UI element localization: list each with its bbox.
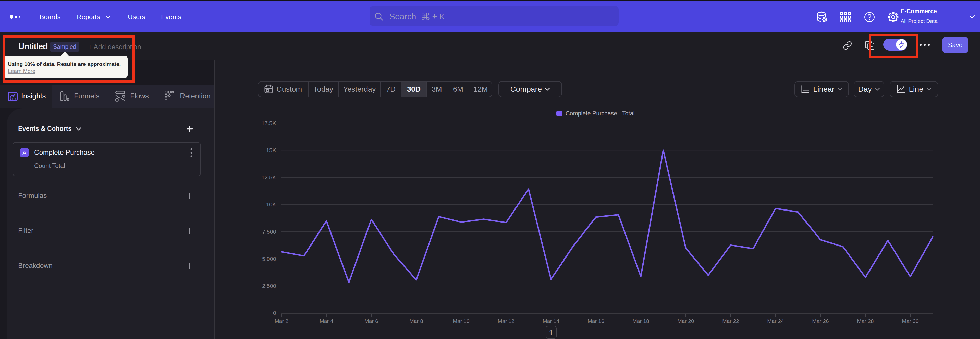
svg-text:Mar 20: Mar 20 xyxy=(677,318,694,324)
svg-text:Mar 22: Mar 22 xyxy=(722,318,739,324)
svg-text:Mar 6: Mar 6 xyxy=(364,318,378,324)
svg-text:12.5K: 12.5K xyxy=(262,174,277,181)
svg-text:Mar 24: Mar 24 xyxy=(767,318,784,324)
svg-text:Mar 28: Mar 28 xyxy=(857,318,873,324)
svg-text:Mar 10: Mar 10 xyxy=(453,318,469,324)
svg-text:0: 0 xyxy=(273,310,276,316)
svg-text:15K: 15K xyxy=(266,147,276,154)
svg-text:5,000: 5,000 xyxy=(262,256,276,262)
svg-text:Mar 18: Mar 18 xyxy=(632,318,649,324)
svg-text:Mar 26: Mar 26 xyxy=(812,318,829,324)
svg-text:1: 1 xyxy=(549,329,553,337)
svg-text:Mar 8: Mar 8 xyxy=(409,318,423,324)
svg-text:10K: 10K xyxy=(266,201,276,208)
svg-text:17.5K: 17.5K xyxy=(262,120,277,126)
svg-text:Mar 16: Mar 16 xyxy=(587,318,604,324)
svg-text:Mar 30: Mar 30 xyxy=(902,318,918,324)
svg-text:Complete Purchase - Total: Complete Purchase - Total xyxy=(566,110,635,117)
svg-text:K: K xyxy=(439,13,445,20)
svg-text:Mar 2: Mar 2 xyxy=(275,318,288,324)
svg-text:Mar 14: Mar 14 xyxy=(542,318,559,324)
svg-text:Mar 4: Mar 4 xyxy=(320,318,333,324)
svg-text:2,500: 2,500 xyxy=(262,283,276,289)
svg-text:Mar 12: Mar 12 xyxy=(498,318,514,324)
svg-text:7,500: 7,500 xyxy=(262,229,276,235)
